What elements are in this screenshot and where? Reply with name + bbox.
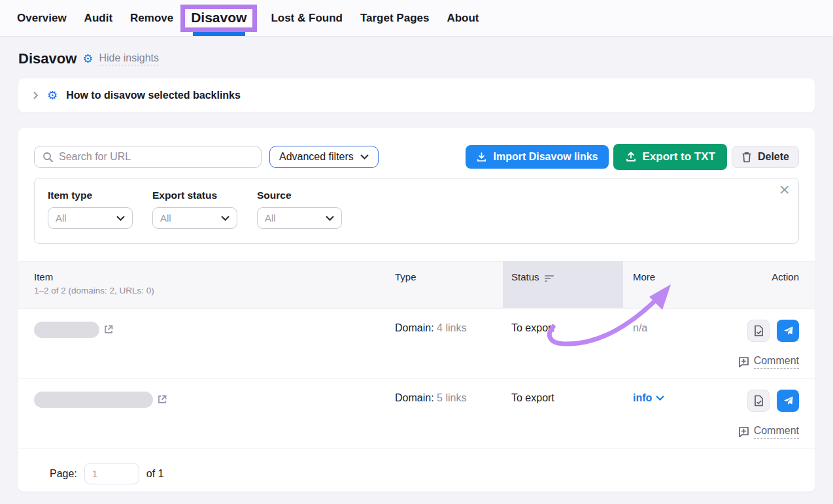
filter-source-select[interactable]: All [257, 207, 342, 229]
filter-item-type-value: All [56, 212, 67, 224]
chevron-down-icon [116, 216, 125, 221]
search-input[interactable] [59, 151, 253, 163]
comment-link[interactable]: Comment [738, 355, 799, 369]
comment-label: Comment [754, 425, 799, 439]
more-value: n/a [623, 309, 721, 378]
tab-audit[interactable]: Audit [84, 12, 112, 25]
table-row: Domain: 4 links To export n/a [18, 309, 815, 378]
filter-item-type: Item type All [48, 190, 133, 229]
column-header-type: Type [395, 261, 503, 308]
page-of-label: of 1 [146, 468, 164, 480]
how-to-disavow-label: How to disavow selected backlinks [66, 90, 241, 101]
how-to-disavow-panel[interactable]: ⚙ How to disavow selected backlinks [18, 78, 815, 112]
tab-bar: Overview Audit Remove Disavow Lost & Fou… [0, 0, 833, 37]
filter-export-status-value: All [160, 212, 171, 224]
delete-label: Delete [758, 151, 789, 163]
filter-item-type-label: Item type [48, 190, 133, 201]
import-disavow-links-label: Import Disavow links [493, 151, 598, 163]
item-type-label: Domain: [395, 322, 434, 333]
filters-panel: × Item type All Export status All [34, 178, 799, 244]
document-check-icon [753, 325, 764, 337]
toolbar: Advanced filters Import Disavow links Ex… [34, 144, 799, 170]
comment-plus-icon [738, 426, 749, 437]
send-icon [783, 326, 794, 337]
send-icon [783, 395, 794, 407]
tab-overview[interactable]: Overview [17, 12, 67, 25]
item-type-label: Domain: [395, 392, 434, 403]
delete-button[interactable]: Delete [732, 146, 799, 168]
column-header-status[interactable]: Status [503, 261, 623, 308]
comment-plus-icon [738, 356, 749, 367]
move-to-list-button[interactable] [747, 320, 770, 342]
send-to-disavow-button[interactable] [777, 320, 799, 342]
page-header: Disavow ⚙ Hide insights [18, 50, 815, 67]
tab-lost-and-found[interactable]: Lost & Found [271, 12, 343, 25]
filter-item-type-select[interactable]: All [48, 207, 133, 229]
chevron-right-icon [33, 91, 39, 100]
move-to-list-button[interactable] [747, 390, 770, 412]
status-value: To export [503, 378, 623, 448]
page-label: Page: [50, 468, 77, 480]
filter-export-status-select[interactable]: All [152, 207, 237, 229]
disavow-table: Item 1–2 of 2 (domains: 2, URLs: 0) Type… [18, 261, 815, 448]
advanced-filters-button[interactable]: Advanced filters [269, 146, 379, 168]
close-icon[interactable]: × [779, 182, 790, 197]
status-header-label: Status [511, 271, 539, 282]
chevron-down-icon [656, 395, 664, 401]
tab-remove[interactable]: Remove [130, 12, 173, 25]
tab-target-pages[interactable]: Target Pages [360, 12, 430, 25]
download-icon [476, 152, 487, 163]
chevron-down-icon [360, 154, 369, 160]
hide-insights-link[interactable]: Hide insights [99, 52, 159, 65]
comment-link[interactable]: Comment [738, 425, 799, 439]
tab-disavow-active-highlighted[interactable]: Disavow [180, 5, 257, 32]
column-header-item: Item [34, 271, 395, 282]
info-label: info [633, 392, 652, 404]
filter-source: Source All [257, 190, 342, 229]
chevron-down-icon [326, 216, 334, 221]
filter-export-status: Export status All [152, 190, 237, 229]
gear-icon: ⚙ [47, 90, 58, 101]
disavow-list-card: Advanced filters Import Disavow links Ex… [18, 128, 815, 492]
item-links-count[interactable]: 4 links [437, 322, 466, 333]
filter-export-status-label: Export status [152, 190, 237, 201]
comment-label: Comment [754, 355, 799, 369]
table-header-row: Item 1–2 of 2 (domains: 2, URLs: 0) Type… [18, 261, 815, 309]
send-to-disavow-button[interactable] [777, 390, 799, 412]
search-icon [42, 152, 53, 162]
column-header-action: Action [721, 261, 815, 308]
external-link-icon[interactable] [103, 324, 114, 335]
filter-source-value: All [265, 212, 276, 224]
import-disavow-links-button[interactable]: Import Disavow links [466, 145, 608, 169]
page-number-input[interactable] [84, 463, 139, 484]
search-box[interactable] [34, 146, 262, 168]
tab-about[interactable]: About [447, 12, 479, 25]
external-link-icon[interactable] [157, 394, 167, 405]
filter-source-label: Source [257, 190, 342, 201]
advanced-filters-label: Advanced filters [279, 151, 354, 163]
column-header-more: More [623, 261, 721, 308]
document-check-icon [753, 395, 764, 407]
redacted-domain [34, 392, 153, 408]
gear-icon: ⚙ [82, 53, 93, 65]
chevron-down-icon [221, 216, 230, 221]
redacted-domain [34, 322, 99, 338]
trash-icon [741, 152, 752, 163]
status-value: To export [503, 309, 623, 378]
export-to-txt-label: Export to TXT [643, 150, 715, 163]
page-title: Disavow [18, 50, 76, 67]
upload-icon [625, 151, 637, 163]
sort-icon [545, 275, 554, 282]
pagination: Page: of 1 [34, 448, 799, 484]
info-dropdown[interactable]: info [633, 392, 664, 404]
export-to-txt-button[interactable]: Export to TXT [613, 144, 727, 170]
item-links-count[interactable]: 5 links [437, 392, 466, 403]
item-count-summary: 1–2 of 2 (domains: 2, URLs: 0) [34, 286, 395, 295]
table-row: Domain: 5 links To export info [18, 378, 815, 448]
